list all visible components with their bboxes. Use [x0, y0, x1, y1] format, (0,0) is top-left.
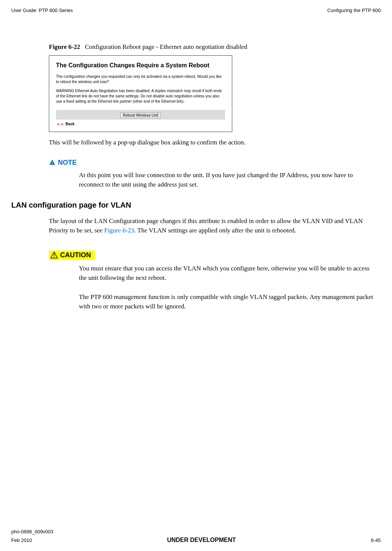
svg-text:i: i	[52, 161, 53, 165]
figure-number: Figure 6-22	[49, 43, 80, 50]
page-header: User Guide: PTP 600 Series Configuring t…	[11, 8, 381, 13]
section-heading-vlan: LAN configuration page for VLAN	[11, 201, 373, 209]
dialog-button-bar: Reboot Wireless Unit	[56, 110, 225, 120]
reboot-dialog: The Configuration Changes Require a Syst…	[49, 55, 232, 132]
note-label-text: NOTE	[58, 159, 77, 167]
caution-body-1: You must ensure that you can access the …	[79, 264, 373, 283]
dialog-paragraph-1: The configuration changes you requested …	[56, 74, 225, 85]
figure-link[interactable]: Figure 6-23	[104, 227, 134, 234]
header-right: Configuring the PTP 600	[327, 8, 381, 13]
vlan-paragraph: The layout of the LAN Configuration page…	[49, 216, 373, 235]
dialog-paragraph-2: WARNING Ethernet Auto Negotiation has be…	[56, 88, 225, 104]
note-callout: i NOTE	[49, 159, 77, 167]
svg-point-4	[54, 257, 54, 258]
back-link[interactable]: ◄◄ Back	[56, 122, 225, 126]
figure-caption: Figure 6-22 Configuration Reboot page - …	[49, 43, 373, 51]
warning-icon	[50, 252, 58, 258]
figure-caption-text: Configuration Reboot page - Ethernet aut…	[85, 43, 247, 50]
dialog-title: The Configuration Changes Require a Syst…	[56, 61, 225, 70]
note-body: At this point you will lose connection t…	[79, 170, 373, 190]
caution-callout: CAUTION	[49, 250, 95, 260]
main-content: Figure 6-22 Configuration Reboot page - …	[49, 43, 373, 311]
info-icon: i	[49, 159, 56, 166]
back-label: Back	[65, 122, 74, 126]
back-arrow-icon: ◄◄	[56, 122, 64, 126]
after-figure-text: This will be followed by a pop-up dialog…	[49, 138, 373, 147]
reboot-button[interactable]: Reboot Wireless Unit	[120, 112, 161, 118]
header-left: User Guide: PTP 600 Series	[11, 8, 73, 13]
caution-body-2: The PTP 600 management function is only …	[79, 292, 373, 311]
vlan-para-after: . The VLAN settings are applied only aft…	[134, 227, 296, 234]
caution-label-text: CAUTION	[60, 251, 91, 259]
